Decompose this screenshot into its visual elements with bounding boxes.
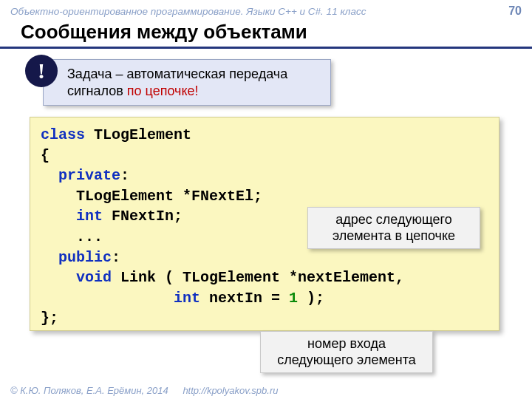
header-bar: Объектно-ориентированное программировани…: [0, 0, 532, 19]
task-box: Задача – автоматическая передача сигнало…: [43, 59, 331, 106]
footer: © К.Ю. Поляков, Е.А. Ерёмин, 2014 http:/…: [10, 385, 278, 396]
course-title: Объектно-ориентированное программировани…: [10, 6, 366, 17]
task-block: Задача – автоматическая передача сигнало…: [21, 59, 532, 103]
task-line1: Задача – автоматическая передача: [67, 66, 321, 83]
footer-url: http://kpolyakov.spb.ru: [183, 385, 278, 396]
callout-address: адрес следующего элемента в цепочке: [307, 207, 480, 249]
copyright: © К.Ю. Поляков, Е.А. Ерёмин, 2014: [10, 385, 168, 396]
task-line2: сигналов по цепочке!: [67, 83, 321, 100]
task-emphasis: по цепочке!: [127, 83, 199, 98]
callout-input-number: номер входа следующего элемента: [260, 331, 433, 373]
slide-title: Сообщения между объектами: [0, 19, 532, 49]
page-number: 70: [508, 4, 522, 18]
exclamation-icon: !: [25, 55, 58, 87]
